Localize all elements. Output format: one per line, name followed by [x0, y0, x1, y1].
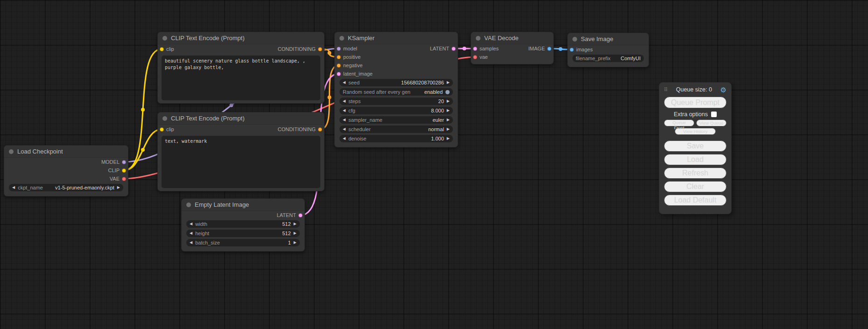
widget-label: scheduler	[348, 126, 371, 132]
extra-options-checkbox[interactable]	[711, 112, 717, 117]
link-midpoint-dot[interactable]	[230, 104, 233, 107]
collapse-icon[interactable]	[186, 203, 191, 207]
increment-arrow-icon[interactable]: ▶	[294, 231, 296, 235]
node-vae-decode[interactable]: VAE Decode samples IMAGE vae	[471, 32, 554, 64]
decrement-arrow-icon[interactable]: ◀	[343, 109, 346, 112]
ce2-out-conditioning[interactable]	[318, 127, 322, 132]
increment-arrow-icon[interactable]: ▶	[447, 109, 450, 112]
node-title-bar[interactable]: KSampler	[335, 32, 458, 44]
increment-arrow-icon[interactable]: ▶	[447, 99, 450, 103]
ks-in-latent[interactable]	[337, 72, 341, 76]
node-title-bar[interactable]: CLIP Text Encode (Prompt)	[158, 32, 324, 44]
increment-arrow-icon[interactable]: ▶	[447, 81, 450, 84]
decrement-arrow-icon[interactable]: ◀	[343, 99, 346, 103]
node-clip-text-encode-negative[interactable]: CLIP Text Encode (Prompt) clip CONDITION…	[157, 112, 325, 191]
output-row: CLIP	[4, 166, 128, 175]
widget-steps[interactable]: ◀ steps 20 ▶	[339, 98, 453, 105]
increment-arrow-icon[interactable]: ▶	[447, 118, 450, 122]
ce1-out-conditioning[interactable]	[318, 47, 322, 51]
widget-height[interactable]: ◀ height 512 ▶	[186, 230, 300, 237]
ce1-in-clip[interactable]	[160, 47, 164, 51]
output-row: VAE	[4, 175, 128, 183]
increment-arrow-icon[interactable]: ▶	[447, 127, 450, 131]
vd-in-samples[interactable]	[473, 47, 477, 51]
prompt-textarea[interactable]: beautiful scenery nature glass bottle la…	[162, 56, 320, 100]
collapse-icon[interactable]	[162, 36, 167, 41]
node-ksampler[interactable]: KSampler model LATENT positive negative	[334, 32, 458, 147]
toggle-knob-icon[interactable]	[445, 90, 450, 94]
queue-front-button[interactable]: Queue Front	[664, 119, 694, 126]
lc-out-clip[interactable]	[122, 168, 126, 173]
widget-label: height	[195, 231, 209, 236]
link-midpoint-dot[interactable]	[328, 96, 332, 99]
ks-in-positive[interactable]	[337, 55, 341, 59]
link-midpoint-dot[interactable]	[463, 47, 466, 50]
decrement-arrow-icon[interactable]: ◀	[343, 137, 346, 140]
save-button[interactable]: Save	[664, 140, 727, 152]
widget-scheduler[interactable]: ◀ scheduler normal ▶	[339, 126, 453, 133]
ce2-in-clip[interactable]	[160, 127, 164, 132]
node-title-bar[interactable]: Save Image	[568, 33, 649, 45]
widget-sampler-name[interactable]: ◀ sampler_name euler ▶	[339, 116, 453, 124]
node-title: CLIP Text Encode (Prompt)	[171, 35, 245, 42]
refresh-button[interactable]: Refresh	[664, 168, 727, 179]
widget-label: filename_prefix	[576, 56, 611, 61]
widget-ckpt-name[interactable]: ◀ ckpt_name v1-5-pruned-emaonly.ckpt ▶	[9, 184, 123, 191]
queue-prompt-button[interactable]: Queue Prompt	[664, 97, 727, 108]
decrement-arrow-icon[interactable]: ◀	[190, 241, 192, 245]
ks-in-model[interactable]	[337, 47, 341, 51]
load-default-button[interactable]: Load Default	[664, 195, 727, 206]
widget-cfg[interactable]: ◀ cfg 8.000 ▶	[339, 107, 453, 114]
decrement-arrow-icon[interactable]: ◀	[343, 127, 346, 131]
node-clip-text-encode-positive[interactable]: CLIP Text Encode (Prompt) clip CONDITION…	[157, 32, 325, 104]
load-button[interactable]: Load	[664, 154, 727, 165]
decrement-arrow-icon[interactable]: ◀	[12, 186, 15, 189]
collapse-icon[interactable]	[9, 149, 14, 154]
node-title-bar[interactable]: CLIP Text Encode (Prompt)	[158, 112, 324, 125]
node-title-bar[interactable]: Load Checkpoint	[4, 146, 128, 158]
increment-arrow-icon[interactable]: ▶	[447, 137, 450, 140]
decrement-arrow-icon[interactable]: ◀	[343, 81, 346, 84]
link-midpoint-dot[interactable]	[141, 108, 145, 112]
input-label-clip: clip	[166, 126, 174, 132]
increment-arrow-icon[interactable]: ▶	[117, 186, 120, 189]
prompt-textarea[interactable]: text, watermark	[162, 136, 320, 188]
node-load-checkpoint[interactable]: Load Checkpoint MODEL CLIP VAE	[4, 145, 128, 196]
collapse-icon[interactable]	[339, 36, 344, 41]
settings-gear-icon[interactable]: ⚙	[720, 86, 727, 93]
node-empty-latent-image[interactable]: Empty Latent Image LATENT ◀ width 512 ▶ …	[181, 198, 305, 252]
drag-handle-icon[interactable]: ⠿	[664, 87, 668, 93]
ks-out-latent[interactable]	[452, 47, 456, 51]
decrement-arrow-icon[interactable]: ◀	[190, 222, 192, 226]
lc-out-model[interactable]	[122, 160, 126, 164]
decrement-arrow-icon[interactable]: ◀	[190, 231, 192, 235]
view-queue-button[interactable]: View Queue	[696, 119, 727, 126]
node-title-bar[interactable]: Empty Latent Image	[182, 199, 304, 211]
clear-button[interactable]: Clear	[664, 181, 727, 192]
widget-denoise[interactable]: ◀ denoise 1.000 ▶	[339, 135, 453, 142]
link-midpoint-dot[interactable]	[559, 47, 563, 51]
vd-out-image[interactable]	[547, 47, 551, 51]
increment-arrow-icon[interactable]: ▶	[294, 241, 296, 245]
widget-seed[interactable]: ◀ seed 156680208700286 ▶	[339, 79, 453, 86]
collapse-icon[interactable]	[162, 116, 167, 121]
node-title-bar[interactable]: VAE Decode	[471, 32, 553, 44]
link-midpoint-dot[interactable]	[328, 51, 332, 55]
vd-in-vae[interactable]	[473, 55, 477, 59]
collapse-icon[interactable]	[476, 36, 480, 41]
widget-batch-size[interactable]: ◀ batch_size 1 ▶	[186, 239, 300, 246]
si-in-images[interactable]	[570, 48, 574, 52]
collapse-icon[interactable]	[572, 37, 577, 42]
link-midpoint-dot[interactable]	[141, 148, 145, 152]
graph-canvas[interactable]: Load Checkpoint MODEL CLIP VAE	[0, 0, 868, 329]
el-out-latent[interactable]	[298, 213, 303, 217]
decrement-arrow-icon[interactable]: ◀	[343, 118, 346, 122]
widget-width[interactable]: ◀ width 512 ▶	[186, 220, 300, 228]
increment-arrow-icon[interactable]: ▶	[294, 222, 296, 226]
lc-out-vae[interactable]	[122, 177, 126, 181]
node-save-image[interactable]: Save Image images filename_prefix ComfyU…	[567, 33, 649, 67]
comfy-menu-panel[interactable]: ⠿ Queue size: 0 ⚙ Queue Prompt Extra opt…	[659, 82, 732, 214]
ks-in-negative[interactable]	[337, 63, 341, 68]
widget-random-seed-toggle[interactable]: Random seed after every gen enabled	[339, 88, 453, 96]
widget-filename-prefix[interactable]: filename_prefix ComfyUI	[572, 55, 644, 62]
